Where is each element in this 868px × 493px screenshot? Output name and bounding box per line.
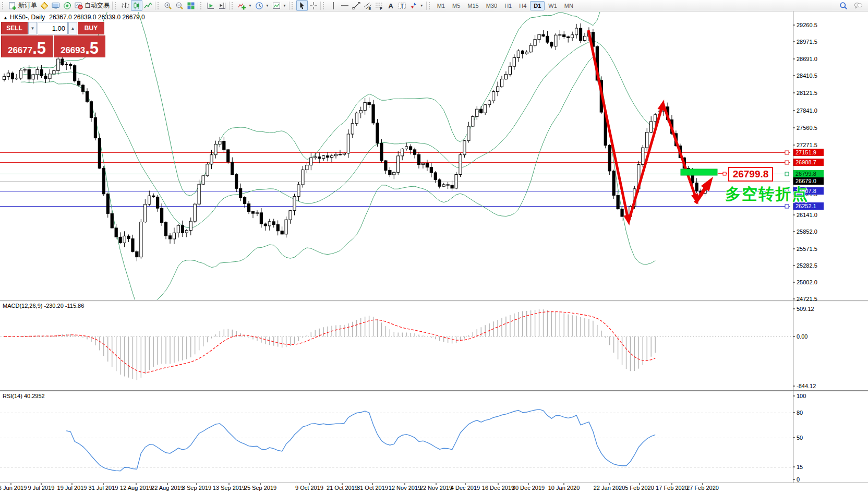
crosshair-button[interactable] [308,0,319,11]
price-tick-label: 28121.5 [797,90,817,96]
toolbar-separator [112,2,113,10]
new-order-icon [8,2,17,10]
price-tick-label: 25282.5 [797,262,817,269]
bar-chart-icon [121,2,129,10]
buy-button[interactable]: BUY [78,22,104,34]
equidistant-channel-button[interactable]: E [362,0,373,11]
timeframe-button-h4[interactable]: H4 [515,1,530,10]
price-tick-label: 29260.5 [797,22,817,28]
toolbar-separator [320,2,321,10]
one-click-trading-panel: SELL ▼ ▲ BUY 26677 .5 26693 .5 [1,22,105,57]
sell-button[interactable]: SELL [1,22,28,34]
text-label-button[interactable]: T [396,0,408,11]
price-tag-label[interactable]: 26799.8 [728,167,773,182]
volume-input[interactable] [38,22,68,34]
candlestick-button[interactable] [131,0,142,11]
arrows-button[interactable]: ▼ [408,0,425,11]
highlight-zone-rect[interactable] [681,169,717,175]
date-tick-label: 5 Feb 2020 [625,485,654,491]
toolbar: 新订单自动交易▼▼▼EFAT▼M1M5M15M30H1H4D1W1MN [0,0,868,11]
timeframe-button-h1[interactable]: H1 [501,1,515,10]
timeframe-button-m5[interactable]: M5 [449,1,464,10]
date-tick-label: 27 Feb 2020 [686,485,719,491]
toolbar-drag-handle [232,2,235,9]
date-tick-label: 30 Dec 2019 [512,485,545,491]
cursor-button[interactable] [296,0,308,11]
date-tick-label: 25 Sep 2019 [244,485,276,491]
periods-button[interactable]: ▼ [254,0,271,11]
market-watch-icon [52,2,60,10]
timeframe-button-m15[interactable]: M15 [464,1,482,10]
layouts-button[interactable] [39,0,50,11]
equidistant-channel-icon: E [364,2,372,10]
navigator-icon [63,2,71,10]
chart-title: ▲HK50-, Daily26367.0 26839.0 26339.0 266… [3,14,145,21]
search-button[interactable] [838,0,849,11]
volume-decrease-button[interactable]: ▼ [28,22,37,34]
turning-point-annotation[interactable]: 多空转折点 [725,184,809,205]
date-tick-label: 12 Aug 2019 [120,485,152,491]
zoom-in-button[interactable] [162,0,174,11]
ohlc-values: 26367.0 26839.0 26339.0 26679.0 [49,14,145,21]
horizontal-line-button[interactable] [339,0,351,11]
price-tick-label: 26141.0 [797,212,817,218]
autotrading-icon [75,2,83,10]
auto-scroll-button[interactable] [205,0,216,11]
layouts-icon [40,2,49,10]
rsi-indicator-label: RSI(14) 40.2952 [3,393,45,399]
trendline-button[interactable] [351,0,362,11]
date-tick-label: 22 Jan 2020 [594,485,625,491]
line-chart-button[interactable] [142,0,154,11]
fibonacci-button[interactable]: F [373,0,385,11]
date-tick-label: 9 Oct 2019 [295,485,323,491]
indicators-button[interactable]: ▼ [236,0,254,11]
chart-shift-button[interactable] [216,0,228,11]
date-tick-label: 26 Jun 2019 [0,485,27,491]
timeframe-button-mn[interactable]: MN [561,1,577,10]
price-tick-label: 24721.5 [797,296,817,302]
date-tick-label: 10 Jan 2020 [548,485,580,491]
date-tick-label: 31 Oct 2019 [357,485,388,491]
timeframe-button-d1[interactable]: D1 [530,1,545,10]
sell-price-button[interactable]: 26677 .5 [1,35,53,57]
text-button[interactable]: A [385,0,396,11]
macd-indicator-label: MACD(12,26,9) -230.20 -115.86 [3,303,84,309]
zoom-out-button[interactable] [174,0,185,11]
chevron-down-icon[interactable]: ▼ [283,4,286,7]
toolbar-drag-handle [200,2,203,9]
date-tick-label: 12 Nov 2019 [389,485,421,491]
market-watch-button[interactable] [50,0,62,11]
volume-increase-button[interactable]: ▲ [68,22,77,34]
community-icon [854,2,862,10]
templates-button[interactable]: ▼ [271,0,288,11]
chevron-down-icon[interactable]: ▼ [420,4,424,7]
toolbar-drag-handle [2,2,5,9]
autotrading-button[interactable]: 自动交易 [73,0,111,11]
svg-text:A: A [388,2,393,10]
trading-platform-window: 新订单自动交易▼▼▼EFAT▼M1M5M15M30H1H4D1W1MN 2926… [0,0,868,493]
templates-icon [272,2,281,10]
vertical-line-button[interactable] [328,0,339,11]
timeframe-button-m30[interactable]: M30 [483,1,501,10]
toolbar-separator [229,2,230,10]
navigator-button[interactable] [62,0,73,11]
new-order-button[interactable]: 新订单 [7,0,39,11]
community-button[interactable] [852,0,864,11]
timeframe-button-w1[interactable]: W1 [545,1,561,10]
buy-price-button[interactable]: 26693 .5 [54,35,105,57]
timeframe-button-m1[interactable]: M1 [433,1,449,10]
rsi-axis-label: 100 [797,393,806,399]
tile-windows-button[interactable] [185,0,197,11]
price-tick-label: 27560.5 [797,125,817,131]
macd-axis-label: 0.00 [797,333,807,340]
crosshair-icon [309,2,318,10]
svg-text:F: F [380,6,382,10]
date-tick-label: 19 Jul 2019 [57,485,87,491]
candlestick-icon [132,2,141,10]
buy-price-fraction: .5 [85,42,99,55]
collapse-panel-icon[interactable]: ▲ [3,15,8,20]
bar-chart-button[interactable] [119,0,131,11]
chevron-down-icon[interactable]: ▼ [248,4,252,7]
chevron-down-icon[interactable]: ▼ [266,4,269,7]
price-level-label: 26988.7 [795,159,816,165]
